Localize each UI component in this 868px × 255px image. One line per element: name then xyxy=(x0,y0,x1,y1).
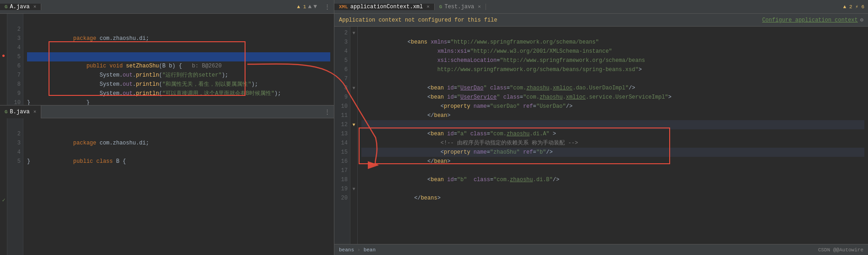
xml-line-16 xyxy=(361,157,864,166)
b-gutter-2 xyxy=(0,129,7,139)
tab-xml[interactable]: XML applicationContext.xml × xyxy=(334,4,435,10)
b-gutter-6 xyxy=(0,166,7,175)
tab-test-java-label: Test.java xyxy=(444,4,474,10)
fold-15 xyxy=(350,157,357,166)
gutter-1 xyxy=(0,16,7,25)
fold-2 xyxy=(350,38,357,47)
tab-xml-label: applicationContext.xml xyxy=(350,4,423,10)
xml-gutter: ▼ ▼ ▼ ▼ xyxy=(350,27,358,244)
breadcrumb-bean: bean xyxy=(364,247,376,253)
info-bar-warning: Application context not configured for t… xyxy=(339,17,497,23)
line-10: } xyxy=(27,98,330,105)
fold-3 xyxy=(350,47,357,56)
line-1 xyxy=(27,16,330,25)
left-panel-dots[interactable]: ⋮ xyxy=(321,3,334,11)
fold-7[interactable]: ▼ xyxy=(350,83,357,93)
line-9: } xyxy=(27,89,330,98)
left-warning-badge: ▲ 1 xyxy=(297,4,306,10)
breadcrumb-beans: beans xyxy=(339,247,354,253)
b-gutter-1 xyxy=(0,120,7,129)
bjava-editor: 2 3 4 5 package com.zhaoshu.di; publ xyxy=(0,118,334,255)
b-java-icon: G xyxy=(5,109,8,115)
xml-line-11 xyxy=(361,111,864,120)
b-line-2: package com.zhaoshu.di; xyxy=(27,129,330,139)
gutter-6 xyxy=(0,61,7,70)
tab-xml-close[interactable]: × xyxy=(426,4,430,10)
xml-line-6 xyxy=(361,65,864,74)
fold-11[interactable]: ▼ xyxy=(350,120,357,129)
line-5: public void setZhaoShu(B b) { b: B@2620 xyxy=(27,52,330,61)
b-java-line-numbers: 2 3 4 5 xyxy=(7,118,23,255)
line-4: public class A { xyxy=(27,43,330,52)
xml-line-19: </beans> xyxy=(361,184,864,194)
xml-code-content: <beans xmlns="http://www.springframework… xyxy=(358,27,868,244)
xml-code-area: 2 3 4 5 6 7 8 9 10 11 12 13 14 15 16 17 xyxy=(334,27,868,244)
fold-16 xyxy=(350,166,357,175)
xml-line-18 xyxy=(361,175,864,184)
b-java-gutter xyxy=(0,118,7,255)
xml-line-13: <!-- 由程序员手动指定的依赖关系 称为手动装配 --> xyxy=(361,129,864,139)
fold-18[interactable]: ▼ xyxy=(350,184,357,194)
xml-line-8: <bean id="UserService" class="com.zhaosh… xyxy=(361,83,864,93)
fold-13 xyxy=(350,139,357,148)
info-bar: Application context not configured for t… xyxy=(334,14,868,27)
b-gutter-3 xyxy=(0,139,7,148)
bjava-dots[interactable]: ⋮ xyxy=(321,108,334,116)
right-panel: XML applicationContext.xml × G Test.java… xyxy=(334,0,868,255)
line-8: System.out.println("可以直接调用，这个A里面就会有B时候属性… xyxy=(27,80,330,89)
fold-1[interactable]: ▼ xyxy=(350,28,357,38)
fold-12 xyxy=(350,129,357,139)
gutter-2 xyxy=(0,25,7,34)
tab-a-java[interactable]: G A.java × xyxy=(0,4,41,10)
gear-icon[interactable]: ⚙ xyxy=(860,17,863,23)
a-java-code: package com.zhaoshu.di; public class A {… xyxy=(23,14,334,105)
left-nav-up[interactable]: ▲ xyxy=(308,3,311,10)
gutter-5: ● xyxy=(0,51,7,61)
right-warning-badge: ▲ 2 ⚡ 6 xyxy=(843,4,864,10)
info-bar-action[interactable]: Configure application context ⚙ xyxy=(762,17,863,23)
tab-b-java[interactable]: G B.java × xyxy=(0,105,41,118)
xml-line-9: <property name="userDao" ref="UserDao"/> xyxy=(361,93,864,102)
b-line-6 xyxy=(27,166,330,175)
fold-4 xyxy=(350,56,357,65)
b-line-5: } xyxy=(27,157,330,166)
fold-9 xyxy=(350,102,357,111)
xml-line-12: <bean id="a" class="com.zhaoshu.di.A" > xyxy=(361,120,864,129)
b-line-3 xyxy=(27,139,330,148)
tab-a-java-close[interactable]: × xyxy=(33,4,37,10)
b-java-code: package com.zhaoshu.di; public class B {… xyxy=(23,118,334,255)
fold-5 xyxy=(350,65,357,74)
tab-test-java-close[interactable]: × xyxy=(478,4,481,10)
configure-link[interactable]: Configure application context xyxy=(762,17,858,23)
gutter-9 xyxy=(0,87,7,96)
a-java-line-numbers: 2 3 4 5 6 7 8 9 10 xyxy=(7,14,23,105)
xml-line-4: xsi:schemaLocation="http://www.springfra… xyxy=(361,47,864,56)
gutter-8 xyxy=(0,78,7,88)
b-gutter-5 xyxy=(0,157,7,166)
line-3 xyxy=(27,34,330,43)
line-2: package com.zhaoshu.di; xyxy=(27,25,330,34)
a-java-icon: G xyxy=(5,4,8,10)
tab-b-java-label: B.java xyxy=(10,109,30,115)
fold-17 xyxy=(350,175,357,184)
fold-10 xyxy=(350,111,357,120)
xml-tab-bar: XML applicationContext.xml × G Test.java… xyxy=(334,0,868,14)
line-6: System.out.println("运行到行含的setter"); xyxy=(27,61,330,71)
fold-14 xyxy=(350,148,357,157)
b-line-4: public class B { xyxy=(27,148,330,157)
xml-line-2: <beans xmlns="http://www.springframework… xyxy=(361,28,864,38)
xml-line-20 xyxy=(361,194,864,203)
bjava-check: ✓ xyxy=(0,195,7,205)
tab-a-java-label: A.java xyxy=(10,4,30,10)
tab-test-java[interactable]: G Test.java × xyxy=(435,4,486,10)
gutter-10 xyxy=(0,96,7,105)
bjava-tab-bar: G B.java × ⋮ xyxy=(0,105,334,118)
tab-b-java-close[interactable]: × xyxy=(33,109,37,115)
test-java-icon: G xyxy=(439,4,442,10)
fold-8 xyxy=(350,93,357,102)
fold-19 xyxy=(350,194,357,203)
a-java-gutter: ● xyxy=(0,14,7,105)
xml-line-15: </bean> xyxy=(361,148,864,157)
csdn-credit: CSDN @@Autowire xyxy=(818,247,863,253)
left-nav-down[interactable]: ▼ xyxy=(313,3,317,10)
